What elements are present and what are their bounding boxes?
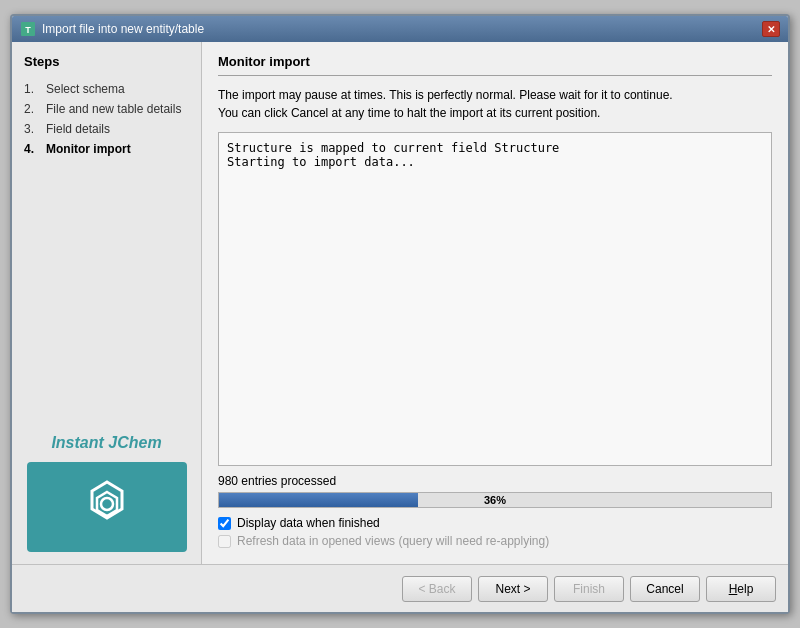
info-line1: The import may pause at times. This is p… bbox=[218, 88, 673, 102]
import-dialog: T Import file into new entity/table ✕ St… bbox=[10, 14, 790, 614]
step-4-num: 4. bbox=[24, 142, 42, 156]
steps-list: 1. Select schema 2. File and new table d… bbox=[24, 79, 189, 159]
svg-text:T: T bbox=[25, 25, 31, 35]
checkbox1-label[interactable]: Display data when finished bbox=[237, 516, 380, 530]
close-button[interactable]: ✕ bbox=[762, 21, 780, 37]
help-label: Help bbox=[729, 582, 754, 596]
finish-button[interactable]: Finish bbox=[554, 576, 624, 602]
progress-bar bbox=[219, 493, 418, 507]
back-button[interactable]: < Back bbox=[402, 576, 472, 602]
step-1-num: 1. bbox=[24, 82, 42, 96]
step-2-label: File and new table details bbox=[46, 102, 181, 116]
brand-area: Instant JChem bbox=[24, 434, 189, 552]
refresh-data-checkbox bbox=[218, 535, 231, 548]
back-label: < Back bbox=[418, 582, 455, 596]
checkbox1-row: Display data when finished bbox=[218, 516, 772, 530]
sidebar-title: Steps bbox=[24, 54, 189, 69]
content-area: Steps 1. Select schema 2. File and new t… bbox=[12, 42, 788, 564]
main-content: Monitor import The import may pause at t… bbox=[202, 42, 788, 564]
step-4-label: Monitor import bbox=[46, 142, 131, 156]
next-button[interactable]: Next > bbox=[478, 576, 548, 602]
finish-label: Finish bbox=[573, 582, 605, 596]
step-3-num: 3. bbox=[24, 122, 42, 136]
title-bar-left: T Import file into new entity/table bbox=[20, 21, 204, 37]
footer: < Back Next > Finish Cancel Help bbox=[12, 564, 788, 612]
sidebar: Steps 1. Select schema 2. File and new t… bbox=[12, 42, 202, 564]
info-line2: You can click Cancel at any time to halt… bbox=[218, 106, 600, 120]
step-2-num: 2. bbox=[24, 102, 42, 116]
next-label: Next > bbox=[495, 582, 530, 596]
step-3: 3. Field details bbox=[24, 119, 189, 139]
checkbox2-row: Refresh data in opened views (query will… bbox=[218, 534, 772, 548]
info-text: The import may pause at times. This is p… bbox=[218, 86, 772, 122]
step-4: 4. Monitor import bbox=[24, 139, 189, 159]
brand-name: Instant JChem bbox=[51, 434, 161, 452]
help-button[interactable]: Help bbox=[706, 576, 776, 602]
step-3-label: Field details bbox=[46, 122, 110, 136]
brand-logo-box bbox=[27, 462, 187, 552]
brand-logo-icon bbox=[77, 477, 137, 537]
progress-container: 36% bbox=[218, 492, 772, 508]
step-2: 2. File and new table details bbox=[24, 99, 189, 119]
dialog-title: Import file into new entity/table bbox=[42, 22, 204, 36]
log-line-2: Starting to import data... bbox=[227, 155, 763, 169]
progress-label: 36% bbox=[484, 494, 506, 506]
step-1: 1. Select schema bbox=[24, 79, 189, 99]
svg-point-4 bbox=[101, 498, 113, 510]
dialog-icon: T bbox=[20, 21, 36, 37]
entries-text: 980 entries processed bbox=[218, 474, 772, 488]
checkbox2-label: Refresh data in opened views (query will… bbox=[237, 534, 549, 548]
log-area: Structure is mapped to current field Str… bbox=[218, 132, 772, 466]
cancel-label: Cancel bbox=[646, 582, 683, 596]
step-1-label: Select schema bbox=[46, 82, 125, 96]
display-data-checkbox[interactable] bbox=[218, 517, 231, 530]
log-line-1: Structure is mapped to current field Str… bbox=[227, 141, 763, 155]
section-title: Monitor import bbox=[218, 54, 772, 76]
title-bar: T Import file into new entity/table ✕ bbox=[12, 16, 788, 42]
cancel-button[interactable]: Cancel bbox=[630, 576, 700, 602]
